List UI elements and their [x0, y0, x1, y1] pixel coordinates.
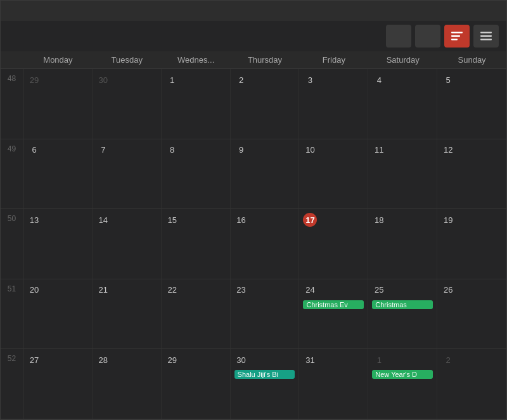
day-cell[interactable]: 15: [162, 209, 231, 279]
menu-button[interactable]: [473, 25, 499, 48]
day-cell[interactable]: 14: [93, 209, 162, 279]
day-number: 10: [303, 143, 317, 157]
hamburger-icon: [480, 32, 492, 41]
day-number: 2: [441, 353, 455, 367]
day-cell[interactable]: 25Christmas: [368, 279, 437, 349]
week-row-48: 48293012345: [1, 69, 506, 139]
day-cell[interactable]: 28: [93, 349, 162, 419]
header-thursday: Thursday: [231, 51, 300, 68]
day-cell[interactable]: 1: [162, 69, 231, 139]
svg-rect-1: [451, 35, 460, 37]
header-sunday: Sunday: [437, 51, 506, 68]
header-saturday: Saturday: [368, 51, 437, 68]
event-badge[interactable]: New Year's D: [372, 370, 433, 379]
event-badge[interactable]: Christmas: [372, 300, 433, 309]
day-cell[interactable]: 12: [437, 139, 506, 209]
day-number: 30: [234, 353, 248, 367]
header-wednesday: Wednes...: [162, 51, 231, 68]
day-cell[interactable]: 30: [93, 69, 162, 139]
add-button[interactable]: [386, 25, 411, 48]
day-cell[interactable]: 31: [299, 349, 368, 419]
calendar-area: Monday Tuesday Wednes... Thursday Friday…: [1, 51, 506, 419]
day-number: 24: [303, 283, 317, 297]
day-number: 21: [96, 283, 110, 297]
week-row-51: 512021222324Christmas Ev25Christmas26: [1, 279, 506, 350]
day-cell[interactable]: 27: [23, 349, 93, 419]
day-number: 28: [96, 353, 110, 367]
week-number-48: 48: [1, 69, 23, 139]
day-number: 3: [303, 73, 317, 87]
day-cell[interactable]: 9: [231, 139, 300, 209]
day-cell[interactable]: 5: [437, 69, 506, 139]
week-row-50: 5013141516171819: [1, 209, 506, 279]
svg-rect-4: [480, 35, 492, 37]
day-cell[interactable]: 2: [437, 349, 506, 419]
day-number: 27: [27, 353, 41, 367]
week-number-50: 50: [1, 209, 23, 279]
event-badge[interactable]: Christmas Ev: [303, 300, 364, 309]
week-number-49: 49: [1, 139, 23, 209]
day-number: 18: [372, 213, 386, 227]
day-number: 25: [372, 283, 386, 297]
svg-rect-3: [480, 32, 492, 34]
day-cell[interactable]: 10: [299, 139, 368, 209]
day-cell[interactable]: 8: [162, 139, 231, 209]
day-cell[interactable]: 29: [162, 349, 231, 419]
day-number: 1: [165, 73, 179, 87]
day-number: 4: [372, 73, 386, 87]
day-cell[interactable]: 2: [231, 69, 300, 139]
day-cell[interactable]: 23: [231, 279, 300, 349]
close-button[interactable]: [477, 1, 506, 21]
day-cell[interactable]: 24Christmas Ev: [299, 279, 368, 349]
prev-button[interactable]: [8, 34, 16, 39]
week-number-52: 52: [1, 349, 23, 419]
day-number: 8: [165, 143, 179, 157]
day-number: 6: [27, 143, 41, 157]
day-cell[interactable]: 29: [23, 69, 93, 139]
day-headers: Monday Tuesday Wednes... Thursday Friday…: [1, 51, 506, 69]
day-cell[interactable]: 18: [368, 209, 437, 279]
header-friday: Friday: [299, 51, 368, 68]
day-cell[interactable]: 6: [23, 139, 93, 209]
week-number-51: 51: [1, 279, 23, 349]
day-number: 14: [96, 213, 110, 227]
day-number: 5: [441, 73, 455, 87]
day-cell[interactable]: 13: [23, 209, 93, 279]
filter-button[interactable]: [444, 25, 470, 48]
day-cell[interactable]: 22: [162, 279, 231, 349]
day-number: 30: [96, 73, 110, 87]
day-number: 12: [441, 143, 455, 157]
svg-rect-2: [451, 39, 458, 41]
day-cell[interactable]: 1New Year's D: [368, 349, 437, 419]
day-number: 31: [303, 353, 317, 367]
filter-icon: [451, 32, 463, 41]
day-cell[interactable]: 26: [437, 279, 506, 349]
day-cell[interactable]: 16: [231, 209, 300, 279]
day-cell[interactable]: 7: [93, 139, 162, 209]
calendar-window: Monday Tuesday Wednes... Thursday Friday…: [0, 0, 507, 420]
svg-rect-5: [480, 39, 492, 41]
day-cell[interactable]: 4: [368, 69, 437, 139]
day-cell[interactable]: 3: [299, 69, 368, 139]
day-number: 9: [234, 143, 248, 157]
day-cell[interactable]: 30Shalu Jiji's Bi: [231, 349, 300, 419]
event-badge[interactable]: Shalu Jiji's Bi: [234, 370, 295, 379]
day-number: 26: [441, 283, 455, 297]
day-cell[interactable]: 20: [23, 279, 93, 349]
day-number: 17: [303, 213, 317, 227]
day-cell[interactable]: 19: [437, 209, 506, 279]
maximize-button[interactable]: [448, 1, 477, 21]
week-row-52: 5227282930Shalu Jiji's Bi311New Year's D…: [1, 349, 506, 419]
tasks-button[interactable]: [415, 25, 440, 48]
day-cell[interactable]: 21: [93, 279, 162, 349]
minimize-button[interactable]: [419, 1, 448, 21]
next-button[interactable]: [21, 34, 29, 39]
calendar-header: [1, 21, 506, 51]
day-number: 20: [27, 283, 41, 297]
day-number: 2: [234, 73, 248, 87]
day-cell[interactable]: 17: [299, 209, 368, 279]
week-label-spacer: [1, 51, 23, 68]
day-cell[interactable]: 11: [368, 139, 437, 209]
calendar-grid: 4829301234549678910111250131415161718195…: [1, 69, 506, 419]
day-number: 15: [165, 213, 179, 227]
